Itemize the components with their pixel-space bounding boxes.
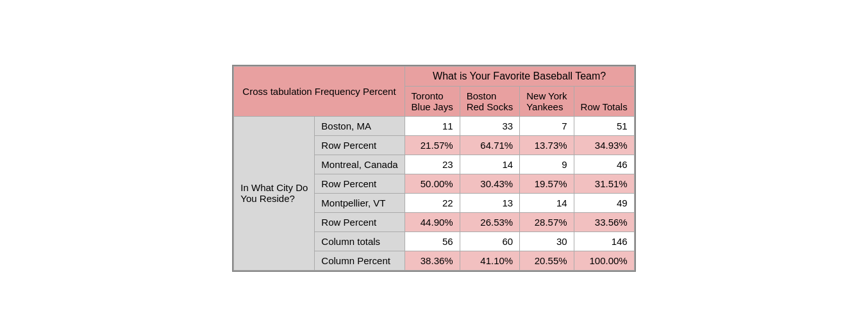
totals-col4: 146 (574, 231, 634, 251)
row-label: In What City DoYou Reside? (234, 116, 315, 270)
col-header-4: Row Totals (574, 86, 634, 116)
top-left-header: Cross tabulation Frequency Percent (234, 66, 405, 116)
montreal-col3: 9 (520, 155, 574, 174)
montpellier-pct3: 28.57% (520, 212, 574, 231)
row-percent-label-1: Row Percent (315, 135, 405, 155)
montreal-col2: 14 (460, 155, 520, 174)
boston-col4: 51 (574, 116, 634, 135)
city-label-1: Boston, MA (315, 116, 405, 135)
main-title: What is Your Favorite Baseball Team? (405, 66, 634, 86)
totals-pct3: 20.55% (520, 251, 574, 270)
col-header-1: TorontoBlue Jays (405, 86, 460, 116)
montpellier-pct4: 33.56% (574, 212, 634, 231)
crosstab-table: Cross tabulation Frequency Percent What … (233, 66, 634, 271)
totals-pct1: 38.36% (405, 251, 460, 270)
table-row: In What City DoYou Reside? Boston, MA 11… (234, 116, 634, 135)
boston-pct1: 21.57% (405, 135, 460, 155)
montpellier-col4: 49 (574, 193, 634, 212)
city-label-3: Montpellier, VT (315, 193, 405, 212)
boston-pct2: 64.71% (460, 135, 520, 155)
totals-col2: 60 (460, 231, 520, 251)
montreal-pct4: 31.51% (574, 174, 634, 193)
city-label-2: Montreal, Canada (315, 155, 405, 174)
col-percent-label: Column Percent (315, 251, 405, 270)
montpellier-col1: 22 (405, 193, 460, 212)
boston-col1: 11 (405, 116, 460, 135)
montpellier-pct2: 26.53% (460, 212, 520, 231)
boston-pct3: 13.73% (520, 135, 574, 155)
row-percent-label-3: Row Percent (315, 212, 405, 231)
totals-col3: 30 (520, 231, 574, 251)
montpellier-col2: 13 (460, 193, 520, 212)
boston-pct4: 34.93% (574, 135, 634, 155)
totals-pct2: 41.10% (460, 251, 520, 270)
col-header-3: New YorkYankees (520, 86, 574, 116)
montpellier-pct1: 44.90% (405, 212, 460, 231)
montreal-pct1: 50.00% (405, 174, 460, 193)
header-row-title: Cross tabulation Frequency Percent What … (234, 66, 634, 86)
col-header-2: BostonRed Socks (460, 86, 520, 116)
montreal-pct3: 19.57% (520, 174, 574, 193)
crosstab-table-wrapper: Cross tabulation Frequency Percent What … (232, 65, 635, 272)
montreal-col4: 46 (574, 155, 634, 174)
montpellier-col3: 14 (520, 193, 574, 212)
row-percent-label-2: Row Percent (315, 174, 405, 193)
boston-col3: 7 (520, 116, 574, 135)
boston-col2: 33 (460, 116, 520, 135)
montreal-pct2: 30.43% (460, 174, 520, 193)
totals-pct4: 100.00% (574, 251, 634, 270)
col-totals-label: Column totals (315, 231, 405, 251)
montreal-col1: 23 (405, 155, 460, 174)
totals-col1: 56 (405, 231, 460, 251)
